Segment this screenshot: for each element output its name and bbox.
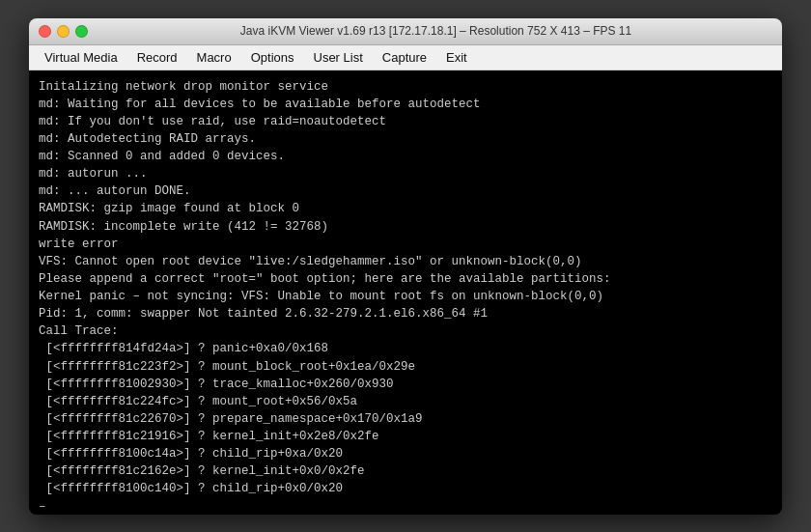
terminal-line: [<ffffffff81c21916>] ? kernel_init+0x2e8… xyxy=(39,430,379,443)
terminal-line: [<ffffffff81c224fc>] ? mount_root+0x56/0… xyxy=(39,395,357,408)
minimize-button[interactable] xyxy=(57,25,70,38)
terminal-line: md: autorun ... xyxy=(39,167,148,181)
menu-item-virtual-media[interactable]: Virtual Media xyxy=(35,48,127,67)
terminal-line: [<ffffffff81002930>] ? trace_kmalloc+0x2… xyxy=(39,378,394,391)
terminal-line: Call Trace: xyxy=(39,324,119,338)
terminal-line: – xyxy=(39,500,46,514)
terminal-line: [<ffffffff81c2162e>] ? kernel_init+0x0/0… xyxy=(39,464,365,478)
window-title: Java iKVM Viewer v1.69 r13 [172.17.18.1]… xyxy=(99,24,772,38)
terminal-line: md: Scanned 0 and added 0 devices. xyxy=(39,150,285,163)
menu-item-exit[interactable]: Exit xyxy=(436,48,477,67)
terminal-line: [<ffffffff81c223f2>] ? mount_block_root+… xyxy=(39,360,415,374)
menubar: Virtual MediaRecordMacroOptionsUser List… xyxy=(29,45,782,70)
menu-item-capture[interactable]: Capture xyxy=(373,48,436,67)
terminal-line: [<ffffffff8100c14a>] ? child_rip+0xa/0x2… xyxy=(39,447,343,461)
terminal-line: VFS: Cannot open root device "live:/sled… xyxy=(39,255,582,268)
terminal-line: Please append a correct "root=" boot opt… xyxy=(39,272,611,286)
terminal-line: md: Waiting for all devices to be availa… xyxy=(39,98,481,111)
terminal-line: [<ffffffff8100c140>] ? child_rip+0x0/0x2… xyxy=(39,482,343,495)
traffic-lights xyxy=(39,25,88,38)
menu-item-options[interactable]: Options xyxy=(241,48,304,67)
maximize-button[interactable] xyxy=(75,25,88,38)
terminal-line: RAMDISK: gzip image found at block 0 xyxy=(39,202,299,215)
terminal-line: Pid: 1, comm: swapper Not tainted 2.6.32… xyxy=(39,307,488,321)
menu-item-record[interactable]: Record xyxy=(127,48,187,67)
terminal-line: md: ... autorun DONE. xyxy=(39,184,191,198)
main-window: Java iKVM Viewer v1.69 r13 [172.17.18.1]… xyxy=(29,18,782,515)
terminal-line: Initalizing network drop monitor service xyxy=(39,80,328,94)
terminal-line: Kernel panic – not syncing: VFS: Unable … xyxy=(39,290,603,303)
terminal-line: [<ffffffff81c22670>] ? prepare_namespace… xyxy=(39,412,423,426)
menu-item-macro[interactable]: Macro xyxy=(187,48,241,67)
terminal-line: [<ffffffff814fd24a>] ? panic+0xa0/0x168 xyxy=(39,342,328,355)
titlebar: Java iKVM Viewer v1.69 r13 [172.17.18.1]… xyxy=(29,18,782,45)
menu-item-user-list[interactable]: User List xyxy=(304,48,373,67)
terminal-line: write error xyxy=(39,238,119,251)
terminal-line: RAMDISK: incomplete write (412 != 32768) xyxy=(39,220,328,234)
terminal-output[interactable]: Initalizing network drop monitor service… xyxy=(29,70,782,515)
terminal-line: md: Autodetecting RAID arrays. xyxy=(39,132,256,146)
terminal-line: md: If you don't use raid, use raid=noau… xyxy=(39,115,386,128)
close-button[interactable] xyxy=(39,25,51,38)
